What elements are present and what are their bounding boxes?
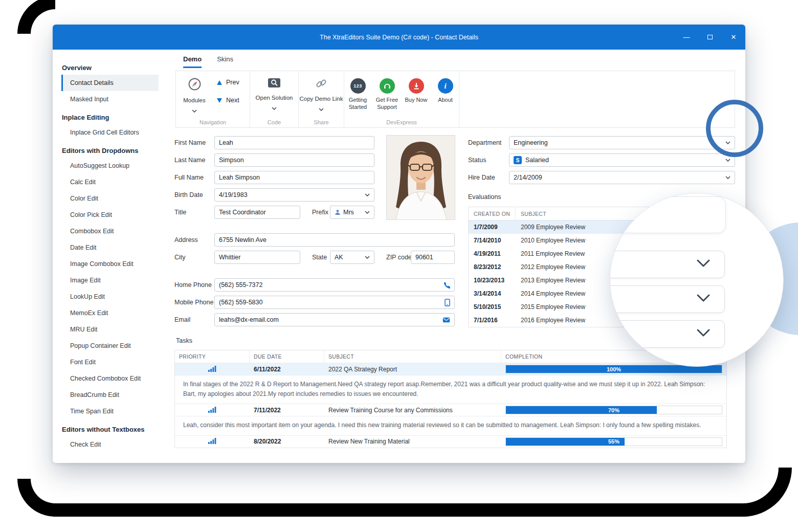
task-row[interactable]: 8/20/2022 Review New Training Material 5… — [175, 435, 726, 448]
sidebar-item-lookup-edit[interactable]: LookUp Edit — [61, 289, 159, 305]
sidebar-item-inplace-grid-cell-editors[interactable]: Inplace Grid Cell Editors — [61, 124, 159, 141]
sidebar-item-time-span-edit[interactable]: Time Span Edit — [61, 403, 159, 419]
mobile-phone-icon — [445, 299, 450, 306]
sidebar-item-popup-container-edit[interactable]: Popup Container Edit — [61, 338, 159, 354]
portrait-image — [387, 136, 455, 220]
city-label: City — [174, 251, 186, 264]
copy-demo-link-button[interactable]: Copy Demo Link — [299, 71, 344, 113]
evaluations-title: Evaluations — [468, 193, 501, 201]
chevron-down-icon — [725, 176, 730, 179]
about-button[interactable]: i About — [432, 71, 459, 111]
last-name-field[interactable]: Simpson — [214, 153, 374, 167]
buy-now-label: Buy Now — [405, 97, 427, 104]
maximize-button[interactable] — [698, 25, 722, 50]
getting-started-icon: 123 — [350, 78, 366, 94]
status-field[interactable]: S Salaried — [509, 153, 735, 167]
decor-blue-ring — [706, 100, 763, 157]
sidebar-item-breadcrumb-edit[interactable]: BreadCrumb Edit — [61, 387, 159, 403]
minimize-button[interactable]: — — [675, 25, 698, 50]
ribbon-toolbar: Modules Prev Nex — [175, 71, 735, 128]
salaried-badge-icon: S — [514, 156, 522, 164]
tab-strip: Demo Skins — [183, 55, 745, 68]
tab-skins[interactable]: Skins — [217, 55, 233, 68]
address-field[interactable]: 6755 Newlin Ave — [214, 233, 455, 247]
chevron-down-icon — [319, 104, 324, 113]
sidebar-item-combobox-edit[interactable]: Combobox Edit — [61, 223, 159, 239]
sidebar-item-date-edit[interactable]: Date Edit — [61, 239, 159, 256]
chevron-down-icon — [725, 159, 730, 162]
status-label: Status — [468, 153, 486, 167]
frame-bottom-edge — [53, 503, 745, 517]
arrow-up-icon — [217, 80, 222, 85]
next-button[interactable]: Next — [212, 94, 245, 107]
buy-now-button[interactable]: Buy Now — [403, 71, 430, 111]
column-header-subject: SUBJECT — [516, 211, 546, 217]
prefix-field[interactable]: Mrs — [330, 206, 374, 219]
hire-date-field[interactable]: 2/14/2009 — [509, 171, 735, 184]
sidebar-item-image-combobox-edit[interactable]: Image Combobox Edit — [61, 256, 159, 272]
ribbon-caption-navigation: Navigation — [176, 119, 250, 125]
window-title: The XtraEditors Suite Demo (C# code) - C… — [53, 34, 745, 41]
contact-photo[interactable] — [386, 135, 455, 220]
sidebar-item-image-edit[interactable]: Image Edit — [61, 272, 159, 289]
department-label: Department — [468, 136, 501, 149]
tasks-table: PRIORITY DUE DATE SUBJECT COMPLETION 6/1… — [174, 350, 727, 448]
sidebar-item-checked-combobox-edit[interactable]: Checked Combobox Edit — [61, 370, 159, 387]
column-header-due-date: DUE DATE — [250, 350, 324, 363]
next-label: Next — [226, 97, 239, 104]
get-free-support-button[interactable]: Get Free Support — [373, 71, 401, 111]
email-field[interactable]: leahs@dx-email.com — [214, 313, 455, 326]
sidebar-section-editors-without-textboxes: Editors without Textboxes — [53, 419, 175, 436]
tasks-header: PRIORITY DUE DATE SUBJECT COMPLETION — [175, 350, 726, 363]
sidebar-item-color-edit[interactable]: Color Edit — [61, 190, 159, 207]
tab-demo[interactable]: Demo — [183, 55, 202, 68]
sidebar-item-color-pick-edit[interactable]: Color Pick Edit — [61, 207, 159, 223]
mobile-phone-field[interactable]: (562) 559-5830 — [214, 296, 455, 309]
get-free-support-label: Get Free Support — [373, 97, 401, 111]
task-row[interactable]: 7/11/2022 Review Training Course for any… — [175, 404, 726, 416]
sidebar-item-masked-input[interactable]: Masked Input — [61, 91, 159, 107]
title-label: Title — [174, 206, 186, 219]
state-field[interactable]: AK — [330, 251, 374, 264]
priority-bars-icon — [208, 437, 216, 446]
sidebar-item-calc-edit[interactable]: Calc Edit — [61, 174, 159, 190]
sidebar-item-font-edit[interactable]: Font Edit — [61, 354, 159, 370]
first-name-label: First Name — [174, 136, 206, 149]
phone-icon — [443, 281, 450, 289]
modules-button[interactable]: Modules — [178, 71, 211, 115]
title-bar: The XtraEditors Suite Demo (C# code) - C… — [53, 25, 745, 50]
column-header-created-on: CREATED ON — [469, 207, 516, 220]
maximize-icon — [707, 35, 713, 39]
page-canvas: The XtraEditors Suite Demo (C# code) - C… — [0, 0, 798, 532]
ribbon-group-code: Open Solution Code — [250, 71, 299, 127]
sidebar-item-autosuggest-lookup[interactable]: AutoSuggest Lookup — [61, 158, 159, 174]
sidebar-item-mru-edit[interactable]: MRU Edit — [61, 321, 159, 338]
title-field[interactable]: Test Coordinator — [214, 206, 300, 219]
open-solution-button[interactable]: Open Solution — [250, 71, 298, 112]
zip-field[interactable]: 90601 — [411, 251, 455, 264]
ribbon-group-devexpress: 123 Getting Started Get Free Support — [344, 71, 459, 127]
department-field[interactable]: Engineering — [509, 136, 735, 149]
getting-started-button[interactable]: 123 Getting Started — [344, 71, 371, 111]
prev-button[interactable]: Prev — [212, 76, 245, 89]
full-name-field[interactable]: Leah Simpson — [214, 171, 374, 184]
column-header-priority: PRIORITY — [175, 350, 250, 363]
frame-corner-bottom-left — [17, 479, 55, 517]
birth-date-field[interactable]: 4/19/1983 — [214, 188, 374, 202]
copy-demo-link-label: Copy Demo Link — [299, 95, 343, 103]
sidebar-section-editors-with-dropdowns: Editors with Dropdowns — [53, 141, 175, 158]
close-button[interactable]: ✕ — [722, 25, 745, 50]
ribbon-group-share: Copy Demo Link Share — [299, 71, 344, 127]
address-label: Address — [174, 233, 198, 247]
sidebar-item-contact-details[interactable]: Contact Details — [61, 75, 159, 91]
chevron-down-icon — [192, 105, 197, 115]
prefix-label: Prefix — [312, 206, 328, 219]
task-row[interactable]: 6/11/2022 2022 QA Strategy Report 100% — [175, 363, 726, 375]
ribbon-caption-share: Share — [299, 119, 344, 125]
sidebar-item-check-edit[interactable]: Check Edit — [61, 436, 159, 453]
city-field[interactable]: Whittier — [214, 251, 300, 264]
sidebar-item-memoex-edit[interactable]: MemoEx Edit — [61, 305, 159, 321]
home-phone-field[interactable]: (562) 555-7372 — [214, 278, 455, 292]
first-name-field[interactable]: Leah — [214, 136, 374, 149]
getting-started-label: Getting Started — [344, 97, 371, 111]
